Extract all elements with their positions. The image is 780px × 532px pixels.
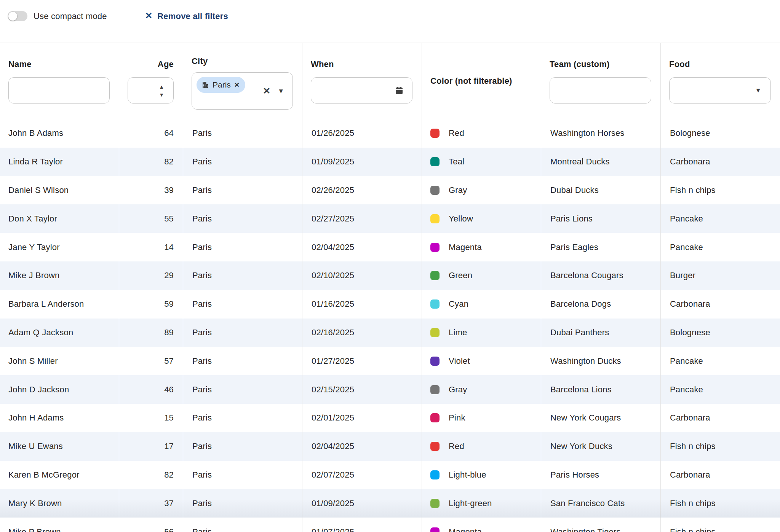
calendar-icon[interactable]	[395, 86, 404, 95]
caret-down-icon[interactable]: ▼	[278, 88, 284, 94]
cell-text: Carbonara	[670, 157, 710, 167]
cell-age: 29	[119, 261, 183, 290]
cell-text: Burger	[670, 271, 695, 280]
table-row: Adam Q Jackson89Paris02/16/2025LimeDubai…	[0, 319, 780, 347]
building-icon	[201, 81, 209, 89]
cell-city: Paris	[183, 261, 302, 290]
cell-age: 82	[119, 148, 183, 176]
cell-city: Paris	[183, 148, 302, 176]
color-name: Violet	[449, 356, 470, 366]
cell-text: 57	[164, 356, 174, 366]
cell-text: 37	[164, 499, 174, 508]
cell-food: Pancake	[661, 347, 780, 375]
cell-text: Paris Lions	[550, 214, 593, 224]
cell-text: 82	[164, 157, 174, 167]
spin-up-icon[interactable]: ▲	[159, 84, 164, 89]
cell-text: 89	[164, 328, 174, 338]
cell-text: Paris	[192, 185, 212, 195]
cell-text: 17	[164, 441, 174, 451]
color-swatch	[430, 129, 440, 138]
cell-color: Gray	[422, 375, 541, 404]
city-filter-chip[interactable]: Paris ✕	[197, 77, 245, 93]
close-icon: ✕	[145, 11, 152, 21]
cell-text: Paris Eagles	[550, 242, 598, 252]
cell-city: Paris	[183, 204, 302, 233]
column-label-city: City	[192, 56, 293, 67]
cell-name: Mike U Ewans	[0, 432, 119, 461]
team-filter-input[interactable]	[550, 77, 651, 104]
when-filter-date-input[interactable]	[311, 77, 412, 104]
city-filter-multiselect[interactable]: Paris ✕ ✕ ▼	[192, 72, 293, 110]
cell-when: 01/07/2025	[302, 518, 422, 532]
column-header-food: Food ▼	[661, 43, 780, 119]
color-swatch	[430, 214, 440, 223]
remove-all-filters-button[interactable]: ✕ Remove all filters	[145, 11, 228, 21]
cell-text: 39	[164, 185, 174, 195]
name-filter-input[interactable]	[8, 77, 110, 104]
cell-when: 02/27/2025	[302, 204, 422, 233]
multiselect-controls: ✕ ▼	[263, 86, 284, 96]
color-swatch	[430, 357, 440, 366]
cell-name: Daniel S Wilson	[0, 176, 119, 205]
cell-team: Barcelona Cougars	[541, 261, 661, 290]
color-name: Teal	[449, 157, 464, 167]
caret-down-icon[interactable]: ▼	[755, 87, 761, 94]
cell-text: 01/07/2025	[312, 527, 354, 532]
color-swatch	[430, 186, 440, 195]
table-header: Name Age ▲ ▼ City	[0, 43, 780, 119]
clear-filter-icon[interactable]: ✕	[263, 86, 270, 96]
chip-remove-icon[interactable]: ✕	[234, 81, 240, 89]
cell-team: Barcelona Dogs	[541, 290, 661, 319]
cell-text: Paris	[192, 299, 212, 309]
color-swatch	[430, 299, 440, 309]
compact-mode-toggle[interactable]	[8, 11, 27, 21]
cell-text: Paris	[192, 441, 212, 451]
cell-text: Paris	[192, 214, 212, 224]
cell-text: 55	[164, 214, 174, 224]
table-row: John B Adams64Paris01/26/2025RedWashingt…	[0, 119, 780, 148]
cell-city: Paris	[183, 233, 302, 261]
cell-text: 64	[164, 128, 174, 138]
age-filter-spinner[interactable]: ▲ ▼	[128, 77, 174, 104]
cell-text: 82	[164, 470, 174, 480]
cell-text: Paris	[192, 527, 212, 532]
cell-text: 15	[164, 413, 174, 423]
cell-text: New York Cougars	[550, 413, 621, 423]
cell-city: Paris	[183, 404, 302, 432]
cell-text: 56	[164, 527, 174, 532]
cell-food: Carbonara	[661, 290, 780, 319]
color-swatch	[430, 499, 440, 508]
cell-team: Washington Horses	[541, 119, 661, 148]
cell-when: 02/10/2025	[302, 261, 422, 290]
food-filter-select[interactable]: ▼	[669, 77, 771, 104]
cell-food: Bolognese	[661, 319, 780, 347]
cell-text: Barcelona Dogs	[550, 299, 611, 309]
cell-text: John S Miller	[8, 356, 58, 366]
table-row: Barbara L Anderson59Paris01/16/2025CyanB…	[0, 290, 780, 319]
cell-text: San Francisco Cats	[550, 499, 625, 508]
cell-color: Yellow	[422, 204, 541, 233]
cell-text: Mike U Ewans	[8, 441, 63, 451]
color-name: Magenta	[449, 527, 482, 532]
cell-color: Violet	[422, 347, 541, 375]
cell-text: Paris	[192, 128, 212, 138]
cell-text: Pancake	[670, 385, 703, 395]
remove-all-filters-label: Remove all filters	[157, 11, 228, 21]
cell-name: Jane Y Taylor	[0, 233, 119, 261]
column-header-city: City Paris ✕	[183, 43, 302, 119]
cell-color: Cyan	[422, 290, 541, 319]
cell-text: Paris	[192, 499, 212, 508]
cell-food: Bolognese	[661, 119, 780, 148]
cell-city: Paris	[183, 375, 302, 404]
color-swatch	[430, 442, 440, 451]
cell-age: 57	[119, 347, 183, 375]
color-name: Light-green	[449, 499, 492, 508]
cell-text: 59	[164, 299, 174, 309]
cell-name: Adam Q Jackson	[0, 319, 119, 347]
column-label-age: Age	[128, 59, 174, 70]
cell-when: 02/04/2025	[302, 432, 422, 461]
color-swatch	[430, 385, 440, 394]
color-swatch	[430, 271, 440, 280]
spin-down-icon[interactable]: ▼	[159, 92, 164, 97]
color-swatch	[430, 413, 440, 422]
